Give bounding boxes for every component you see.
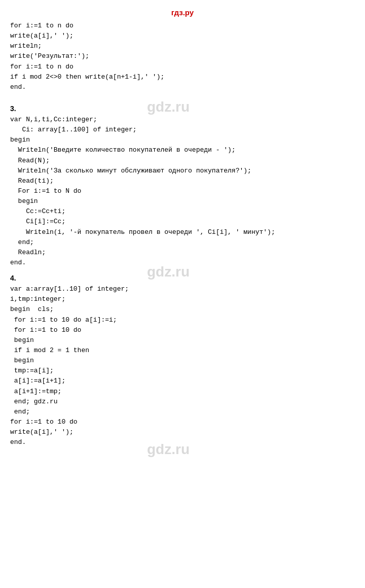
site-header: гдз.ру xyxy=(10,5,355,17)
code-block-4: var a:array[1..10] of integer; i,tmp:int… xyxy=(10,284,355,447)
page-container: гдз.ру for i:=1 to n do write(a[i],' ');… xyxy=(0,0,365,588)
code-block-3: var N,i,ti,Cc:integer; Ci: array[1..100]… xyxy=(10,115,355,268)
section-3-number: 3. xyxy=(10,105,355,113)
section-4-number: 4. xyxy=(10,274,355,282)
code-block-top: for i:=1 to n do write(a[i],' '); writel… xyxy=(10,21,355,92)
